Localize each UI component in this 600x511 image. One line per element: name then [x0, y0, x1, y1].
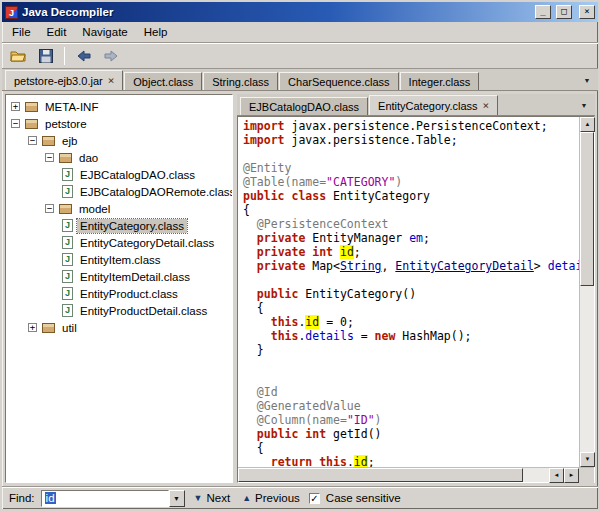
forward-button[interactable] [98, 45, 123, 67]
code-token [243, 413, 257, 427]
tree-item-META-INF[interactable]: +META-INF [6, 98, 232, 115]
open-file-button[interactable] [6, 45, 31, 67]
app-window: J Java Decompiler _ □ × FileEditNavigate… [0, 0, 600, 511]
horizontal-scroll-thumb[interactable] [238, 468, 523, 482]
code-area[interactable]: import javax.persistence.PersistenceCont… [238, 117, 579, 467]
code-token [243, 427, 257, 441]
scroll-left-button[interactable]: ◄ [549, 468, 564, 483]
vertical-scroll-thumb[interactable] [580, 132, 594, 286]
main-tab-overflow-dropdown[interactable]: ▼ [579, 73, 595, 89]
maximize-button[interactable]: □ [556, 5, 572, 19]
horizontal-scroll-track[interactable] [523, 468, 549, 482]
minimize-button[interactable]: _ [535, 5, 551, 19]
code-token: > [534, 259, 548, 273]
menu-item-file[interactable]: File [4, 23, 39, 41]
code-line-9: private EntityManager em; [243, 231, 579, 245]
next-label: Next [207, 492, 231, 504]
tree-item-model[interactable]: −model [6, 200, 232, 217]
vertical-scroll-track[interactable] [580, 286, 594, 452]
code-token: ) [375, 413, 382, 427]
code-line-13: public EntityCategory() [243, 287, 579, 301]
code-token: javax.persistence.Table; [285, 133, 458, 147]
tab-CharSequence.class[interactable]: CharSequence.class [279, 72, 399, 90]
tab-label: CharSequence.class [288, 76, 390, 88]
find-previous-button[interactable]: ▲ Previous [239, 490, 303, 506]
find-history-dropdown[interactable]: ▼ [169, 490, 185, 507]
code-token [243, 399, 257, 413]
close-button[interactable]: × [579, 5, 595, 19]
tree-item-EntityCategory.class[interactable]: JEntityCategory.class [6, 217, 232, 234]
code-token: "ID" [347, 413, 375, 427]
tab-String.class[interactable]: String.class [203, 72, 278, 90]
scroll-down-button[interactable]: ▼ [580, 452, 595, 467]
code-line-5: @Table(name="CATEGORY") [243, 175, 579, 189]
tree-item-EntityCategoryDetail.class[interactable]: JEntityCategoryDetail.class [6, 234, 232, 251]
class-file-icon: J [62, 270, 73, 283]
find-next-button[interactable]: ▼ Next [191, 490, 234, 506]
collapse-icon[interactable]: − [45, 204, 54, 213]
window-title: Java Decompiler [22, 6, 530, 18]
source-tab-EntityCategory.class[interactable]: EntityCategory.class× [369, 95, 498, 115]
collapse-icon[interactable]: − [45, 153, 54, 162]
code-token [243, 329, 271, 343]
tab-label: EntityCategory.class [378, 100, 477, 112]
package-tree: +META-INF−petstore−ejb−daoJEJBCatalogDAO… [5, 94, 233, 483]
back-button[interactable] [71, 45, 96, 67]
code-line-23: public int getId() [243, 427, 579, 441]
find-combo: id ▼ [41, 490, 185, 507]
tab-petstore-ejb3.0.jar[interactable]: petstore-ejb3.0.jar× [5, 70, 123, 90]
find-label: Find: [9, 492, 35, 504]
tree-item-label: EJBCatalogDAO.class [77, 168, 198, 182]
tree-item-EntityProduct.class[interactable]: JEntityProduct.class [6, 285, 232, 302]
horizontal-scrollbar[interactable]: ◄ ► [238, 467, 594, 482]
collapse-icon[interactable]: − [28, 136, 37, 145]
code-token: @Entity [243, 161, 291, 175]
menu-item-navigate[interactable]: Navigate [74, 23, 135, 41]
source-tab-EJBCatalogDAO.class[interactable]: EJBCatalogDAO.class [240, 97, 368, 115]
tree-item-dao[interactable]: −dao [6, 149, 232, 166]
expand-icon[interactable]: + [28, 323, 37, 332]
tab-Object.class[interactable]: Object.class [124, 72, 202, 90]
tree-item-EntityItem.class[interactable]: JEntityItem.class [6, 251, 232, 268]
package-icon [59, 153, 72, 163]
code-token: { [243, 301, 264, 315]
tab-close-icon[interactable]: × [108, 75, 115, 86]
menu-item-help[interactable]: Help [136, 23, 176, 41]
vertical-scrollbar[interactable]: ▲ ▼ [579, 117, 594, 467]
code-line-14: { [243, 301, 579, 315]
scroll-right-button[interactable]: ► [564, 468, 579, 483]
tab-label: EJBCatalogDAO.class [249, 101, 359, 113]
code-token: Map< [305, 259, 340, 273]
menu-item-edit[interactable]: Edit [39, 23, 75, 41]
code-line-2: import javax.persistence.Table; [243, 133, 579, 147]
code-token: HashMap(); [395, 329, 471, 343]
expand-icon[interactable]: + [11, 102, 20, 111]
code-token: return this [271, 455, 347, 467]
tree-item-EJBCatalogDAO.class[interactable]: JEJBCatalogDAO.class [6, 166, 232, 183]
tree-item-petstore[interactable]: −petstore [6, 115, 232, 132]
tree-item-EntityProductDetail.class[interactable]: JEntityProductDetail.class [6, 302, 232, 319]
collapse-icon[interactable]: − [11, 119, 20, 128]
tree-item-EntityItemDetail.class[interactable]: JEntityItemDetail.class [6, 268, 232, 285]
code-token: javax.persistence.PersistenceContext; [285, 119, 548, 133]
tree-item-ejb[interactable]: −ejb [6, 132, 232, 149]
save-button[interactable] [33, 45, 58, 67]
source-tab-overflow-dropdown[interactable]: ▼ [576, 98, 592, 114]
find-input[interactable]: id [41, 490, 169, 507]
case-sensitive-checkbox[interactable]: ✓ [309, 493, 320, 504]
code-token: EntityCategory() [298, 287, 416, 301]
class-file-icon: J [62, 219, 73, 232]
code-token [243, 231, 257, 245]
tree-item-EJBCatalogDAORemote.class[interactable]: JEJBCatalogDAORemote.class [6, 183, 232, 200]
code-token [243, 217, 257, 231]
previous-label: Previous [255, 492, 300, 504]
code-token: new [375, 329, 396, 343]
code-line-12 [243, 273, 579, 287]
tree-item-util[interactable]: +util [6, 319, 232, 336]
tab-Integer.class[interactable]: Integer.class [400, 72, 480, 90]
find-bar: Find: id ▼ ▼ Next ▲ Previous ✓ Case sens… [2, 486, 598, 509]
tree-item-label: EntityCategoryDetail.class [77, 236, 217, 250]
code-line-11: private Map<String, EntityCategoryDetail… [243, 259, 579, 273]
tab-close-icon[interactable]: × [483, 100, 490, 111]
scroll-up-button[interactable]: ▲ [580, 117, 595, 132]
